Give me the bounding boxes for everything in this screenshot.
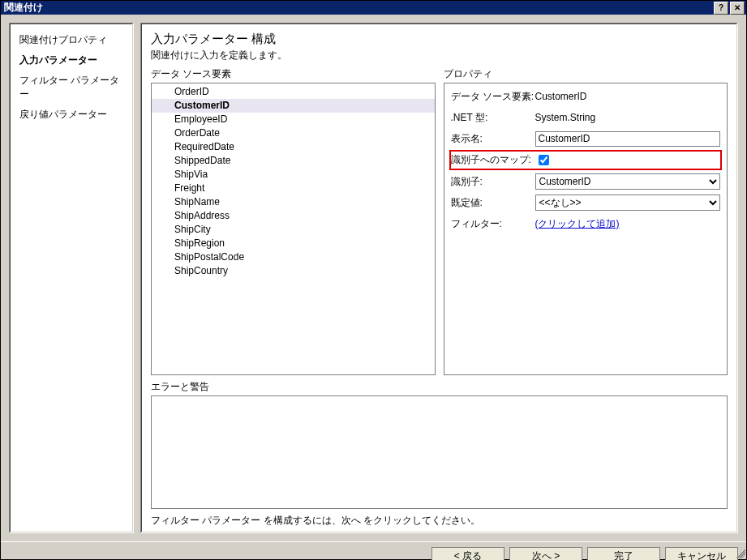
prop-label: 識別子へのマップ: [451,153,535,167]
prop-label: 識別子: [451,175,535,189]
prop-label: 既定値: [451,196,535,210]
right-column: プロパティ データ ソース要素: CustomerID .NET 型: Syst… [444,67,728,375]
list-item[interactable]: CustomerID [152,99,435,113]
list-item[interactable]: OrderDate [152,126,435,140]
sidebar-item-3[interactable]: 戻り値パラメーター [15,105,128,125]
prop-row-data-source-element: データ ソース要素: CustomerID [451,88,721,105]
footer: < 戻る 次へ > 完了 キャンセル [1,541,746,560]
list-item[interactable]: RequiredDate [152,140,435,154]
list-item[interactable]: ShipVia [152,168,435,182]
list-item[interactable]: ShippedDate [152,154,435,168]
list-item[interactable]: ShipCity [152,223,435,237]
finish-button[interactable]: 完了 [587,547,660,560]
list-item[interactable]: Freight [152,182,435,195]
sidebar: 関連付けプロパティ入力パラメーターフィルター パラメーター戻り値パラメーター [9,23,134,533]
prop-row-map-to-identifier: 識別子へのマップ: [449,150,723,170]
left-column: データ ソース要素 OrderIDCustomerIDEmployeeIDOrd… [151,67,436,375]
window-title: 関連付け [4,1,714,15]
hint-text: フィルター パラメーター を構成するには、次へ をクリックしてください。 [151,514,728,528]
help-button[interactable]: ? [714,2,728,15]
list-item[interactable]: ShipPostalCode [152,250,435,264]
resize-grip-icon[interactable] [734,547,745,558]
page-subtitle: 関連付けに入力を定義します。 [151,49,728,62]
next-button[interactable]: 次へ > [509,547,582,560]
prop-row-filter: フィルター: (クリックして追加) [451,216,721,232]
prop-value-net-type: System.String [535,112,596,123]
prop-label: .NET 型: [451,111,535,125]
sidebar-item-1[interactable]: 入力パラメーター [15,50,128,71]
dialog-window: 関連付け ? ✕ 関連付けプロパティ入力パラメーターフィルター パラメーター戻り… [0,0,747,560]
close-button[interactable]: ✕ [730,2,745,15]
back-button[interactable]: < 戻る [431,547,504,560]
titlebar: 関連付け ? ✕ [1,1,746,15]
list-item[interactable]: ShipRegion [152,237,435,250]
main-panel: 入力パラメーター 構成 関連付けに入力を定義します。 データ ソース要素 Ord… [140,23,738,533]
properties-label: プロパティ [444,67,728,81]
identifier-select[interactable]: CustomerID [535,173,721,190]
page-title: 入力パラメーター 構成 [151,32,728,47]
sidebar-item-0[interactable]: 関連付けプロパティ [15,30,128,50]
errors-box [151,395,728,509]
data-source-label: データ ソース要素 [151,67,436,81]
default-value-select[interactable]: <<なし>> [535,195,721,211]
errors-label: エラーと警告 [151,380,728,394]
prop-label: 表示名: [451,132,535,146]
list-item[interactable]: OrderID [152,85,435,99]
list-item[interactable]: EmployeeID [152,113,435,126]
data-source-listbox[interactable]: OrderIDCustomerIDEmployeeIDOrderDateRequ… [151,83,436,375]
display-name-input[interactable] [535,131,721,147]
list-item[interactable]: ShipName [152,195,435,209]
properties-panel: データ ソース要素: CustomerID .NET 型: System.Str… [444,83,728,375]
columns: データ ソース要素 OrderIDCustomerIDEmployeeIDOrd… [151,67,728,375]
list-item[interactable]: ShipAddress [152,209,435,223]
prop-row-default-value: 既定値: <<なし>> [451,195,721,211]
filter-add-link[interactable]: (クリックして追加) [535,217,620,231]
map-to-identifier-checkbox[interactable] [539,155,549,165]
list-item[interactable]: ShipCountry [152,264,435,278]
prop-label: データ ソース要素: [451,90,535,104]
prop-row-net-type: .NET 型: System.String [451,109,721,126]
prop-row-identifier: 識別子: CustomerID [451,173,721,190]
cancel-button[interactable]: キャンセル [665,547,738,560]
prop-row-display-name: 表示名: [451,130,721,147]
prop-label: フィルター: [451,217,535,231]
prop-value-data-source-element: CustomerID [535,91,587,102]
dialog-body: 関連付けプロパティ入力パラメーターフィルター パラメーター戻り値パラメーター 入… [1,15,746,541]
sidebar-item-2[interactable]: フィルター パラメーター [15,71,128,105]
